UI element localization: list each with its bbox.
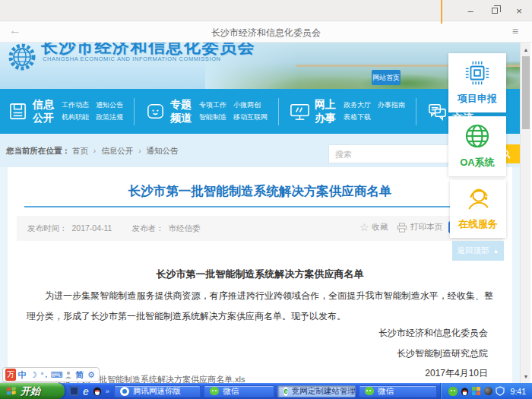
nav-link[interactable]: 表格下载 xyxy=(344,112,371,122)
taskbar-clock: 9:41 xyxy=(511,387,526,396)
main-nav: 信息公开 工作动态 通知公告 机构职能 政策法规 专题频道 专项工作 小微两创 … xyxy=(0,89,520,134)
tencent-compass-icon xyxy=(120,387,129,396)
sidebar-item-oa-system[interactable]: OA系统 xyxy=(448,116,506,176)
publish-time-label: 发布时间： xyxy=(27,223,68,234)
publish-info: 发布时间： 2017-04-11 发布者： 市经信委 xyxy=(27,223,200,234)
restore-icon xyxy=(492,8,498,14)
title-divider xyxy=(24,206,491,207)
nav-title-info[interactable]: 信息公开 xyxy=(33,98,57,125)
printer-icon xyxy=(397,223,407,233)
ime-keyboard-icon[interactable]: ⌨ xyxy=(51,369,62,381)
task-label: 微信 xyxy=(378,386,394,397)
breadcrumb: 您当前所在位置： 首页 › 信息公开 › 通知公告 xyxy=(6,146,179,157)
tray-qq-icon[interactable] xyxy=(461,387,469,396)
ime-halfmoon-icon[interactable]: ☽ xyxy=(28,369,39,381)
sidebar-label: 在线服务 xyxy=(458,217,498,231)
start-button[interactable]: 开始 xyxy=(0,383,65,399)
close-button[interactable]: × xyxy=(512,4,526,17)
ime-punctuation-icon[interactable]: °， xyxy=(40,369,50,381)
nav-link[interactable]: 机构职能 xyxy=(62,112,89,122)
scrollbar[interactable]: ▲ ▼ xyxy=(520,43,530,383)
hamburger-menu-icon[interactable]: ≡ xyxy=(512,25,518,37)
nav-title-channel[interactable]: 专题频道 xyxy=(170,98,195,125)
ime-wan-icon[interactable]: 万 xyxy=(5,369,16,381)
breadcrumb-item-notice[interactable]: 通知公告 xyxy=(147,146,179,155)
taskbar-task-wechat-1[interactable]: 微信 xyxy=(204,385,274,397)
windows-flag-icon xyxy=(6,386,17,396)
favorite-button[interactable]: ☆ 收藏 xyxy=(359,222,388,233)
wechat-icon xyxy=(365,387,374,395)
cpu-chip-icon xyxy=(463,59,492,87)
nav-link[interactable]: 专项工作 xyxy=(199,100,226,110)
sidebar-label: OA系统 xyxy=(460,156,495,169)
ime-chinese-mode-icon[interactable]: 中 xyxy=(17,369,27,381)
sidebar-item-online-service[interactable]: 在线服务 xyxy=(450,180,506,238)
breadcrumb-label: 您当前所在位置： xyxy=(6,146,70,155)
nav-link[interactable]: 工作动态 xyxy=(62,100,89,110)
ime-settings-gear-icon[interactable]: ⚙ xyxy=(86,369,97,381)
print-label: 打印本页 xyxy=(410,222,442,233)
tray-utility-icon[interactable] xyxy=(484,387,492,395)
show-desktop-icon[interactable] xyxy=(69,386,79,396)
ime-simplified-icon[interactable]: 简 xyxy=(74,369,85,381)
tray-wechat-icon[interactable] xyxy=(448,387,458,396)
publisher-value: 市经信委 xyxy=(168,223,200,234)
minimize-button[interactable]: – xyxy=(464,4,477,17)
system-tray: 9:41 xyxy=(440,383,532,399)
print-button[interactable]: 打印本页 xyxy=(397,222,442,233)
nav-link[interactable]: 移动互联网 xyxy=(233,112,268,122)
nav-link[interactable]: 智能制造 xyxy=(199,112,226,122)
article-card: 长沙市第一批智能制造系统解决方案供应商名单 发布时间： 2017-04-11 发… xyxy=(8,167,512,383)
nav-title-online[interactable]: 网上办事 xyxy=(315,98,339,125)
nav-link[interactable]: 政策法规 xyxy=(96,112,123,122)
breadcrumb-bar: 您当前所在位置： 首页 › 信息公开 › 通知公告 xyxy=(0,134,520,167)
scroll-up-arrow[interactable]: ▲ xyxy=(521,44,531,55)
sidebar-item-project-apply[interactable]: 项目申报 xyxy=(448,53,506,112)
taskbar: 开始 e » 腾讯网迷你版 微信 e 竞网定制建站管理... 微信 xyxy=(0,383,532,399)
nav-section-online[interactable]: 网上办事 政务大厅 办事指南 表格下载 xyxy=(282,98,413,125)
chat-bubbles-icon xyxy=(427,101,448,122)
start-label: 开始 xyxy=(21,385,40,398)
quick-launch-expand-icon[interactable]: » xyxy=(106,388,109,395)
nav-section-info[interactable]: 信息公开 工作动态 通知公告 机构职能 政策法规 xyxy=(0,98,131,125)
taskbar-task-tencent-mini[interactable]: 腾讯网迷你版 xyxy=(114,385,201,397)
window-controls: – × xyxy=(464,0,526,21)
customer-service-icon xyxy=(464,184,492,213)
nav-section-channel[interactable]: 专题频道 专项工作 小微两创 智能制造 移动互联网 xyxy=(138,98,275,125)
breadcrumb-item-home[interactable]: 首页 xyxy=(72,146,88,155)
nav-divider xyxy=(416,98,416,125)
desktop-screen: – × ← 长沙市经济和信息化委员会 ≡ 长沙市经济和信息化委员会 CHANGS… xyxy=(0,0,532,399)
page-title: 长沙市经济和信息化委员会 xyxy=(0,27,532,40)
tray-security-shield-icon[interactable] xyxy=(496,386,505,396)
back-to-top-label: 返回顶部 xyxy=(458,245,489,256)
sidebar-label: 项目申报 xyxy=(458,92,497,106)
nav-divider xyxy=(278,98,279,125)
task-label: 腾讯网迷你版 xyxy=(133,386,181,397)
back-to-top-button[interactable]: 返回顶部 ▲ xyxy=(452,241,504,261)
info-disclosure-icon xyxy=(8,101,28,122)
taskbar-task-wechat-2[interactable]: 微信 xyxy=(359,385,437,397)
scroll-down-arrow[interactable]: ▼ xyxy=(521,371,531,382)
nav-link[interactable]: 小微两创 xyxy=(233,100,268,110)
breadcrumb-separator: › xyxy=(138,146,141,155)
channel-icon xyxy=(145,101,166,122)
scrollbar-thumb[interactable] xyxy=(522,56,530,129)
signature-org-1: 长沙市经济和信息化委员会 xyxy=(378,327,488,340)
breadcrumb-item-info[interactable]: 信息公开 xyxy=(101,146,133,155)
nav-link[interactable]: 办事指南 xyxy=(378,100,405,110)
nav-divider xyxy=(134,98,135,125)
nav-link[interactable]: 政务大厅 xyxy=(344,100,371,110)
article-paragraph: 为进一步集聚智能制造服务提供商资源，有序推进跨行业跨领域合作，全面提升我市智能制… xyxy=(27,286,493,327)
taskbar-task-jingwang-active[interactable]: e 竞网定制建站管理... xyxy=(277,385,356,397)
qq-penguin-icon[interactable] xyxy=(93,386,102,396)
article-meta-bar: 发布时间： 2017-04-11 发布者： 市经信委 ☆ 收藏 打印本页 xyxy=(17,216,503,241)
home-page-button[interactable]: 网站首页 xyxy=(372,70,401,85)
internet-explorer-icon[interactable]: e xyxy=(83,386,89,397)
nav-link[interactable]: 通知公告 xyxy=(96,100,123,110)
restore-button[interactable] xyxy=(488,4,502,17)
ime-user-icon[interactable] xyxy=(63,369,74,381)
browser-toolbar: ← 长沙市经济和信息化委员会 ≡ xyxy=(0,21,532,43)
tray-app-grid-icon[interactable] xyxy=(472,387,481,396)
wechat-icon xyxy=(210,387,219,395)
ime-toolbar[interactable]: 万 中 ☽ °， ⌨ 简 ⚙ xyxy=(2,367,100,382)
